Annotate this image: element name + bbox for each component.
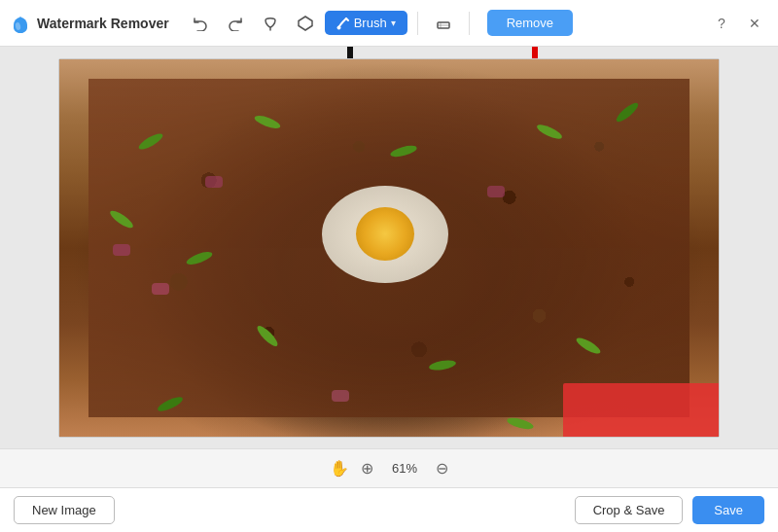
action-bar: New Image Crop & Save Save	[0, 487, 778, 532]
onion-3	[205, 176, 223, 188]
svg-point-2	[336, 25, 340, 29]
image-canvas	[58, 58, 720, 438]
app-title-text: Watermark Remover	[37, 16, 169, 31]
zoom-in-icon[interactable]: ⊕	[361, 459, 373, 478]
remove-button[interactable]: Remove	[487, 10, 573, 36]
toolbar-divider	[417, 12, 418, 35]
watermark-area	[563, 383, 719, 437]
main-content	[0, 47, 778, 448]
close-button[interactable]: ✕	[741, 10, 768, 37]
onion-4	[332, 390, 349, 402]
brush-label: Brush	[354, 16, 387, 30]
egg-yolk	[356, 207, 414, 261]
zoom-level: 61%	[385, 461, 424, 476]
toolbar-divider2	[469, 12, 470, 35]
food-image	[58, 58, 720, 438]
onion-1	[113, 244, 130, 256]
title-bar-right: ? ✕	[708, 10, 768, 37]
onion-2	[152, 283, 169, 295]
zoom-out-icon[interactable]: ⊖	[436, 459, 448, 478]
brush-chevron: ▾	[391, 18, 396, 28]
toolbar: Brush ▾ Remove	[185, 8, 708, 39]
lasso-button[interactable]	[255, 8, 286, 39]
zoom-bar: ✋ ⊕ 61% ⊖	[0, 448, 778, 487]
hand-icon: ✋	[330, 459, 349, 478]
help-button[interactable]: ?	[708, 10, 735, 37]
app-logo: Watermark Remover	[10, 13, 169, 34]
redo-button[interactable]	[220, 8, 251, 39]
new-image-button[interactable]: New Image	[14, 496, 115, 524]
brush-button[interactable]: Brush ▾	[325, 11, 407, 35]
logo-icon	[10, 13, 31, 34]
polygon-button[interactable]	[290, 8, 321, 39]
onion-5	[487, 186, 505, 197]
undo-button[interactable]	[185, 8, 216, 39]
save-button[interactable]: Save	[692, 496, 764, 524]
eraser-button[interactable]	[428, 8, 459, 39]
crop-save-button[interactable]: Crop & Save	[575, 496, 684, 524]
right-actions: Crop & Save Save	[575, 496, 764, 524]
title-bar: Watermark Remover Brush ▾	[0, 0, 778, 47]
